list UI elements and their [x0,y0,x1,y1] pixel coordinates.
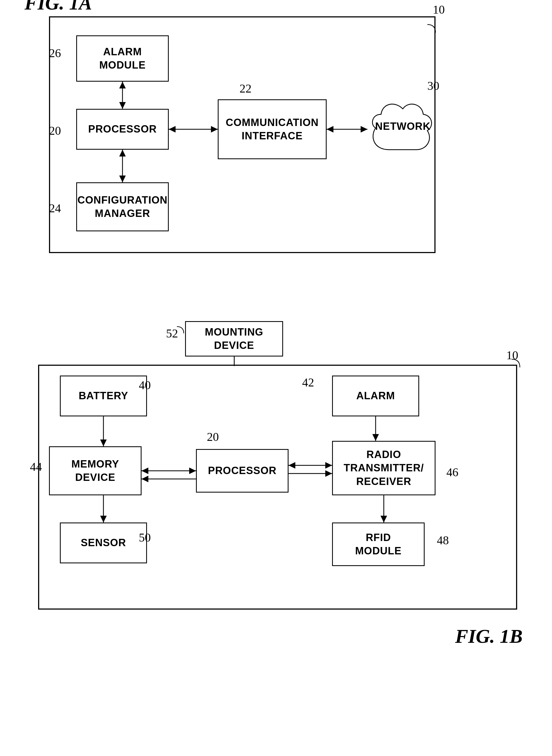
config-manager-label: CONFIGURATION MANAGER [77,193,167,220]
ref-30: 30 [427,79,439,93]
sensor-label: SENSOR [81,536,126,550]
ref-20-fig1a: 20 [49,124,61,138]
ref-20-fig1b: 20 [207,430,219,444]
processor-label-1b: PROCESSOR [208,464,277,477]
ref-40: 40 [139,378,151,392]
fig1a-diagram: FIG. 1A 10 ALARM MODULE 26 PROCESSOR 20 … [22,16,528,267]
memory-device-box: MEMORY DEVICE [49,446,142,495]
page: FIG. 1A 10 ALARM MODULE 26 PROCESSOR 20 … [0,0,552,756]
alarm-module-box: ALARM MODULE [76,35,169,82]
ref-22: 22 [240,82,252,96]
ref-42: 42 [302,375,314,390]
battery-box: BATTERY [60,375,147,416]
ref-24: 24 [49,201,61,215]
radio-transmitter-box: RADIO TRANSMITTER/ RECEIVER [332,441,435,495]
fig1b-title: FIG. 1B [455,625,523,648]
ref-44: 44 [30,460,42,474]
config-manager-box: CONFIGURATION MANAGER [76,182,169,231]
rfid-module-box: RFID MODULE [332,522,425,566]
ref-50: 50 [139,531,151,545]
mounting-device-box: MOUNTING DEVICE [185,321,283,356]
ref-48: 48 [437,534,449,547]
comm-interface-label: COMMUNICATION INTERFACE [226,116,319,143]
mounting-device-label: MOUNTING DEVICE [205,325,264,352]
memory-device-label: MEMORY DEVICE [71,457,119,484]
rfid-module-label: RFID MODULE [355,531,402,558]
processor-box-1b: PROCESSOR [196,449,288,492]
alarm-module-label: ALARM MODULE [99,45,146,72]
ref-26: 26 [49,46,61,60]
comm-interface-box: COMMUNICATION INTERFACE [218,99,327,159]
ref-52: 52 [166,327,178,340]
ref-46: 46 [446,465,458,479]
processor-box-1a: PROCESSOR [76,109,169,150]
network-cloud: NETWORK [368,95,438,166]
network-label: NETWORK [375,121,430,132]
fig1b-diagram: MOUNTING DEVICE 52 10 BATTERY 40 ALARM 4… [22,321,528,620]
alarm-box: ALARM [332,375,419,416]
ref-10-fig1b: 10 [506,348,518,362]
processor-label-1a: PROCESSOR [88,123,157,136]
fig1a-title: FIG. 1A [24,0,92,14]
radio-transmitter-label: RADIO TRANSMITTER/ RECEIVER [333,448,435,488]
battery-label: BATTERY [79,389,128,403]
sensor-box: SENSOR [60,522,147,563]
alarm-label: ALARM [356,389,395,403]
ref-10-fig1a: 10 [433,3,445,17]
